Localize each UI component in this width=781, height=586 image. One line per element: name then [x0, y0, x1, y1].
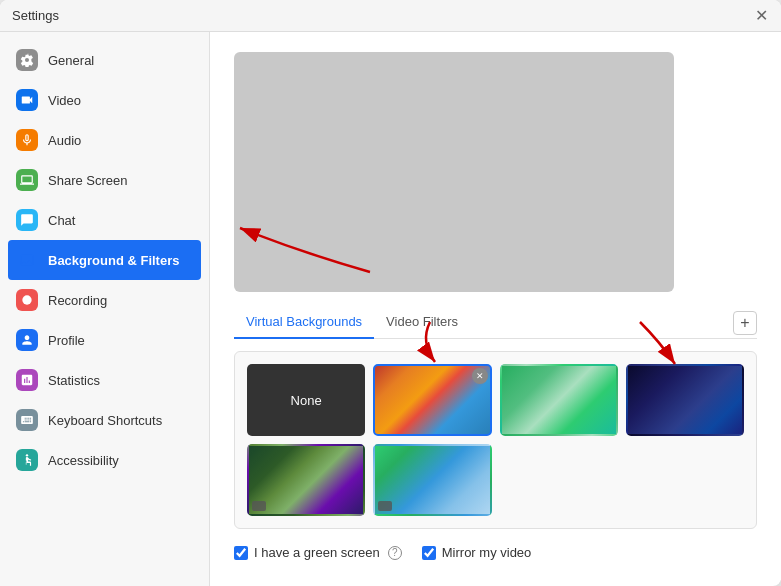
background-item-beach[interactable]: [373, 444, 491, 516]
background-item-space[interactable]: [626, 364, 744, 436]
accessibility-label: Accessibility: [48, 453, 119, 468]
sidebar-item-profile[interactable]: Profile: [0, 320, 209, 360]
content-area: GeneralVideoAudioShare ScreenChatBackgro…: [0, 32, 781, 586]
audio-icon: [16, 129, 38, 151]
accessibility-icon: [16, 449, 38, 471]
bg-filters-icon: [16, 249, 38, 271]
general-label: General: [48, 53, 94, 68]
tab-virtual-bg[interactable]: Virtual Backgrounds: [234, 308, 374, 339]
recording-icon: [16, 289, 38, 311]
main-wrapper: Virtual BackgroundsVideo Filters+ None✕ …: [210, 32, 781, 586]
audio-label: Audio: [48, 133, 81, 148]
checkbox-green-screen[interactable]: I have a green screen?: [234, 545, 402, 560]
tabs-row: Virtual BackgroundsVideo Filters+: [234, 308, 757, 339]
chat-label: Chat: [48, 213, 75, 228]
sidebar-item-audio[interactable]: Audio: [0, 120, 209, 160]
tab-video-filters[interactable]: Video Filters: [374, 308, 470, 339]
video-preview: [234, 52, 674, 292]
settings-window: Settings ✕ GeneralVideoAudioShare Screen…: [0, 0, 781, 586]
svg-point-0: [22, 295, 31, 304]
checkbox-mirror-video[interactable]: Mirror my video: [422, 545, 532, 560]
sidebar-item-accessibility[interactable]: Accessibility: [0, 440, 209, 480]
sidebar-item-general[interactable]: General: [0, 40, 209, 80]
green-screen-label: I have a green screen: [254, 545, 380, 560]
main-content: Virtual BackgroundsVideo Filters+ None✕ …: [210, 32, 781, 580]
keyboard-icon: [16, 409, 38, 431]
titlebar: Settings ✕: [0, 0, 781, 32]
video-icon: [16, 89, 38, 111]
add-background-button[interactable]: +: [733, 311, 757, 335]
share-screen-label: Share Screen: [48, 173, 128, 188]
background-item-bridge[interactable]: ✕: [373, 364, 491, 436]
bottom-row: I have a green screen?Mirror my video: [234, 545, 757, 560]
bg-filters-label: Background & Filters: [48, 253, 179, 268]
window-title: Settings: [12, 8, 59, 23]
sidebar-item-share-screen[interactable]: Share Screen: [0, 160, 209, 200]
sidebar-item-keyboard[interactable]: Keyboard Shortcuts: [0, 400, 209, 440]
sidebar-item-statistics[interactable]: Statistics: [0, 360, 209, 400]
remove-background-icon[interactable]: ✕: [472, 368, 488, 384]
background-item-nature[interactable]: [500, 364, 618, 436]
sidebar-item-chat[interactable]: Chat: [0, 200, 209, 240]
green-screen-checkbox[interactable]: [234, 546, 248, 560]
background-grid: None✕: [234, 351, 757, 529]
sidebar: GeneralVideoAudioShare ScreenChatBackgro…: [0, 32, 210, 586]
chat-icon: [16, 209, 38, 231]
statistics-label: Statistics: [48, 373, 100, 388]
mirror-video-checkbox[interactable]: [422, 546, 436, 560]
general-icon: [16, 49, 38, 71]
background-item-none[interactable]: None: [247, 364, 365, 436]
profile-label: Profile: [48, 333, 85, 348]
mirror-video-label: Mirror my video: [442, 545, 532, 560]
background-item-aurora[interactable]: [247, 444, 365, 516]
sidebar-item-video[interactable]: Video: [0, 80, 209, 120]
share-screen-icon: [16, 169, 38, 191]
close-button[interactable]: ✕: [753, 8, 769, 24]
video-label: Video: [48, 93, 81, 108]
camera-icon: [252, 501, 266, 511]
svg-point-1: [26, 454, 28, 456]
help-icon[interactable]: ?: [388, 546, 402, 560]
recording-label: Recording: [48, 293, 107, 308]
keyboard-label: Keyboard Shortcuts: [48, 413, 162, 428]
statistics-icon: [16, 369, 38, 391]
profile-icon: [16, 329, 38, 351]
camera-icon: [378, 501, 392, 511]
sidebar-item-recording[interactable]: Recording: [0, 280, 209, 320]
sidebar-item-bg-filters[interactable]: Background & Filters: [8, 240, 201, 280]
